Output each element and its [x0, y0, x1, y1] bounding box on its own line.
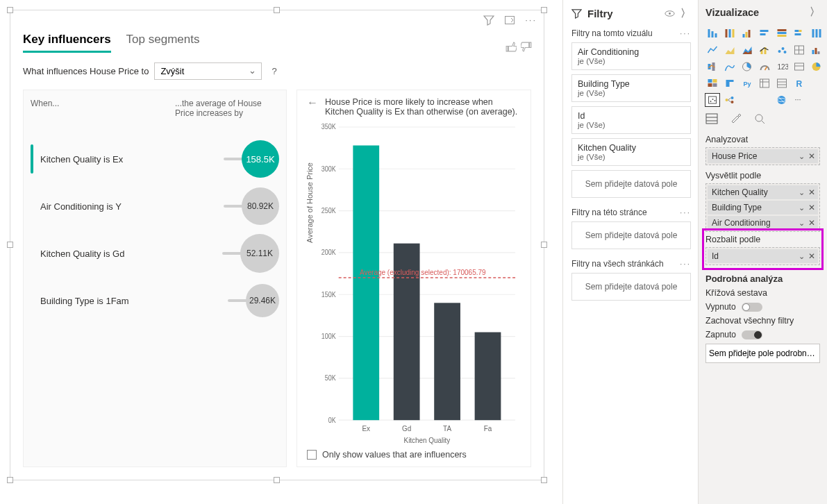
viz-type-icon[interactable] — [775, 94, 789, 106]
resize-handle[interactable] — [7, 7, 13, 13]
more-icon[interactable]: ··· — [680, 208, 691, 217]
influencer-row[interactable]: Air Conditioning is Y 80.92K — [31, 185, 279, 228]
viz-type-icon[interactable] — [758, 60, 771, 73]
remove-field-icon[interactable]: ✕ — [808, 203, 815, 212]
field-chip[interactable]: Kitchen Quality⌄ ✕ — [708, 185, 818, 199]
viz-type-icon[interactable] — [705, 94, 719, 106]
remove-field-icon[interactable]: ✕ — [808, 218, 815, 228]
viz-type-icon[interactable] — [723, 60, 737, 73]
viz-type-icon[interactable] — [758, 77, 771, 90]
chevron-down-icon[interactable]: ⌄ — [799, 188, 805, 196]
keep-filters-toggle[interactable] — [742, 330, 762, 339]
chevron-down-icon[interactable]: ⌄ — [799, 252, 805, 260]
viz-type-icon[interactable] — [792, 27, 806, 40]
remove-field-icon[interactable]: ✕ — [808, 187, 815, 197]
more-options-icon[interactable]: ··· — [525, 15, 537, 28]
viz-type-icon[interactable] — [705, 44, 719, 56]
viz-type-icon[interactable] — [758, 44, 771, 56]
filter-card[interactable]: Id je (Vše) — [571, 106, 691, 134]
influence-direction-select[interactable]: Zvýšit — [154, 62, 262, 80]
analyze-well[interactable]: House Price⌄ ✕ — [705, 147, 820, 165]
viz-type-icon[interactable] — [740, 44, 754, 56]
viz-type-icon[interactable]: R — [792, 77, 806, 90]
viz-type-icon[interactable] — [792, 44, 806, 56]
viz-type-icon — [740, 94, 754, 106]
chevron-down-icon[interactable]: ⌄ — [799, 203, 805, 212]
viz-type-icon[interactable] — [740, 27, 754, 40]
focus-mode-icon[interactable] — [504, 15, 515, 28]
cross-report-label: Křížová sestava — [705, 288, 820, 298]
viz-type-icon[interactable] — [723, 44, 737, 56]
viz-type-icon[interactable] — [723, 77, 737, 90]
thumbs-down-icon[interactable] — [521, 41, 533, 53]
resize-handle[interactable] — [541, 242, 547, 248]
remove-field-icon[interactable]: ✕ — [808, 151, 815, 161]
viz-type-icon[interactable] — [740, 60, 754, 73]
resize-handle[interactable] — [7, 242, 13, 248]
add-visual-filter[interactable]: Sem přidejte datová pole — [571, 170, 691, 198]
viz-type-icon[interactable] — [810, 60, 824, 73]
field-chip[interactable]: House Price⌄ ✕ — [708, 149, 818, 163]
viz-type-icon[interactable]: Py — [740, 77, 754, 90]
field-name: Kitchen Quality — [712, 187, 768, 197]
viz-type-icon[interactable] — [723, 27, 737, 40]
viz-type-icon[interactable] — [705, 27, 719, 40]
svg-rect-30 — [712, 31, 714, 37]
expand-well[interactable]: Id⌄ ✕ — [705, 247, 820, 265]
resize-handle[interactable] — [274, 477, 280, 483]
analytics-tab-icon[interactable] — [754, 113, 765, 126]
explain-well[interactable]: Kitchen Quality⌄ ✕Building Type⌄ ✕Air Co… — [705, 183, 820, 232]
filter-card[interactable]: Building Type je (Vše) — [571, 74, 691, 102]
back-arrow-icon[interactable]: ← — [307, 97, 318, 108]
field-chip[interactable]: Air Conditioning⌄ ✕ — [708, 216, 818, 230]
only-influencers-checkbox[interactable] — [307, 450, 317, 460]
viz-type-icon[interactable] — [705, 77, 719, 90]
tab-key-influencers[interactable]: Key influencers — [23, 33, 111, 53]
field-chip[interactable]: Building Type⌄ ✕ — [708, 201, 818, 215]
eye-icon[interactable] — [665, 8, 675, 19]
collapse-pane-icon[interactable]: 〉 — [680, 7, 691, 20]
cross-report-toggle[interactable] — [742, 303, 762, 312]
chevron-down-icon[interactable]: ⌄ — [799, 152, 805, 160]
viz-type-icon[interactable] — [723, 94, 737, 106]
viz-type-icon[interactable] — [775, 44, 789, 56]
add-all-filter[interactable]: Sem přidejte datová pole — [571, 273, 691, 301]
viz-type-icon[interactable] — [810, 44, 824, 56]
help-icon[interactable]: ? — [272, 66, 276, 76]
viz-type-icon[interactable] — [758, 27, 771, 40]
add-page-filter[interactable]: Sem přidejte datová pole — [571, 221, 691, 249]
viz-type-icon[interactable] — [775, 77, 789, 90]
influencer-row[interactable]: Building Type is 1Fam 29.46K — [31, 279, 279, 322]
resize-handle[interactable] — [541, 477, 547, 483]
filter-card[interactable]: Air Conditioning je (Vše) — [571, 42, 691, 70]
filter-icon — [571, 8, 582, 19]
thumbs-up-icon[interactable] — [505, 41, 517, 53]
filter-icon[interactable] — [483, 15, 494, 28]
influencer-row[interactable]: Kitchen Quality is Gd 52.11K — [31, 232, 279, 275]
viz-type-icon[interactable] — [705, 60, 719, 73]
viz-type-icon[interactable]: 123 — [775, 60, 789, 73]
report-canvas[interactable]: ··· Key influencers Top segments What in… — [0, 0, 562, 504]
resize-handle[interactable] — [541, 7, 547, 13]
more-icon[interactable]: ··· — [680, 259, 691, 269]
resize-handle[interactable] — [274, 7, 280, 13]
tab-top-segments[interactable]: Top segments — [126, 33, 200, 53]
field-chip[interactable]: Id⌄ ✕ — [708, 249, 818, 263]
more-icon[interactable]: ··· — [680, 28, 691, 38]
chevron-down-icon[interactable]: ⌄ — [799, 219, 805, 227]
format-tab-icon[interactable] — [730, 113, 742, 126]
resize-handle[interactable] — [7, 477, 13, 483]
viz-type-icon[interactable] — [792, 60, 806, 73]
viz-type-icon[interactable]: ··· — [792, 94, 806, 106]
filter-card[interactable]: Kitchen Quality je (Vše) — [571, 138, 691, 166]
fields-tab-icon[interactable] — [705, 113, 718, 126]
remove-field-icon[interactable]: ✕ — [808, 251, 815, 261]
influencer-detail-chart: ← House Price is more likely to increase… — [296, 90, 531, 467]
influencer-row[interactable]: Kitchen Quality is Ex 158.5K — [31, 137, 279, 180]
add-drill-field-button[interactable]: Sem přidejte pole podrobné… — [705, 344, 820, 363]
key-influencers-visual[interactable]: ··· Key influencers Top segments What in… — [10, 10, 544, 480]
collapse-pane-icon[interactable]: 〉 — [810, 6, 820, 19]
viz-type-icon[interactable] — [810, 27, 824, 40]
viz-type-icon[interactable] — [775, 27, 789, 40]
influencer-value-bubble: 52.11K — [240, 234, 279, 273]
